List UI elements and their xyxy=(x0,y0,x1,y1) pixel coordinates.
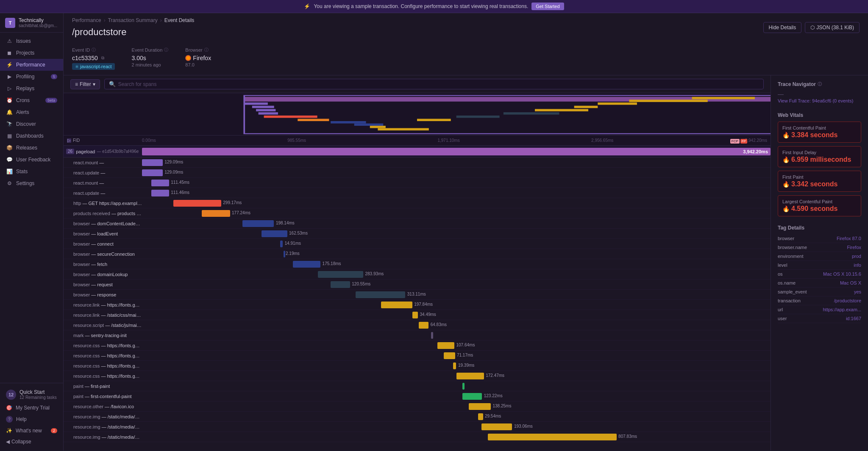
span-row[interactable]: resource.css — https://fonts.gstatic.com… xyxy=(64,340,771,351)
sidebar-item-stats[interactable]: 📊 Stats xyxy=(0,166,63,177)
quick-start-item[interactable]: 12 Quick Start 12 Remaining tasks xyxy=(0,387,63,402)
span-row[interactable]: products received — products were receiv… xyxy=(64,208,771,219)
span-bar-container: 807.83ms xyxy=(142,432,771,442)
my-sentry-trial-item[interactable]: 🎯 My Sentry Trial xyxy=(0,402,63,413)
tag-value[interactable]: prod xyxy=(852,254,861,259)
tag-value[interactable]: info xyxy=(854,263,861,268)
sidebar-item-alerts[interactable]: 🔔 Alerts xyxy=(0,106,63,118)
span-duration: 107.64ms xyxy=(456,343,475,347)
span-duration: 19.39ms xyxy=(458,363,474,368)
span-row[interactable]: resource.img — /static/media/hammer.9b81… xyxy=(64,432,771,442)
span-bar xyxy=(481,423,512,430)
span-row[interactable]: browser — secureConnection2.19ms xyxy=(64,249,771,259)
span-name: react.update — xyxy=(73,170,142,175)
help-item[interactable]: ? Help xyxy=(0,413,63,425)
browser-name: Firefox xyxy=(193,55,211,61)
tag-value[interactable]: https://app.exam... xyxy=(823,307,862,312)
span-row[interactable]: resource.img — /static/media/wrench.037t… xyxy=(64,412,771,422)
span-row[interactable]: http — GET https://app.example.com/produ… xyxy=(64,198,771,208)
span-row[interactable]: browser — fetch175.18ms xyxy=(64,259,771,269)
org-header[interactable]: T Technically sachitbhat.sb@gm... xyxy=(0,13,63,33)
span-left: resource.css — https://fonts.gstatic.com… xyxy=(64,353,142,358)
tag-value[interactable]: Firefox xyxy=(847,245,861,250)
tag-key: level xyxy=(778,263,787,268)
tag-value[interactable]: /productstore xyxy=(834,298,861,303)
span-bar-container xyxy=(142,330,771,340)
sidebar-item-settings[interactable]: ⚙ Settings xyxy=(0,177,63,189)
sidebar-item-dashboards[interactable]: ▦ Dashboards xyxy=(0,130,63,142)
span-bar xyxy=(478,413,483,420)
span-left: resource.css — https://fonts.gstatic.com… xyxy=(64,363,142,368)
span-row[interactable]: mark — sentry-tracing-init xyxy=(64,330,771,340)
span-row[interactable]: resource.link — https://fonts.googleapis… xyxy=(64,300,771,310)
view-full-trace-link[interactable]: View Full Trace: 94ea6cf6 (0 events) xyxy=(778,98,853,103)
right-panel: Trace Navigator ⓘ — View Full Trace: 94e… xyxy=(771,75,868,451)
span-row[interactable]: react.mount — 129.09ms xyxy=(64,158,771,168)
tag-value[interactable]: Mac OS X xyxy=(840,280,861,285)
sidebar-item-issues[interactable]: ⚠ Issues xyxy=(0,35,63,47)
span-bar xyxy=(151,190,169,196)
span-row[interactable]: paint — first-contentful-paint123.22ms xyxy=(64,391,771,401)
breadcrumb-performance[interactable]: Performance xyxy=(72,17,101,23)
svg-rect-9 xyxy=(354,124,384,126)
search-spans-input[interactable] xyxy=(118,81,759,87)
span-row[interactable]: browser — domainLookup283.93ms xyxy=(64,269,771,279)
span-name: browser — response xyxy=(73,292,142,297)
span-name: resource.img — /static/media/nails.2e619… xyxy=(73,424,142,429)
json-button[interactable]: ⬡ JSON (38.1 KiB) xyxy=(805,22,860,33)
span-row[interactable]: resource.css — https://fonts.gstatic.com… xyxy=(64,361,771,371)
span-row[interactable]: react.update — 111.46ms xyxy=(64,188,771,198)
get-started-button[interactable]: Get Started xyxy=(531,3,564,10)
span-row[interactable]: react.mount — 111.45ms xyxy=(64,178,771,188)
sidebar-item-projects[interactable]: ◼ Projects xyxy=(0,47,63,59)
span-bar xyxy=(444,352,455,359)
span-name: resource.link — https://fonts.googleapis… xyxy=(73,302,142,307)
sidebar-item-replays[interactable]: ▷ Replays xyxy=(0,83,63,94)
span-left: react.update — xyxy=(64,191,142,196)
span-duration: 177.24ms xyxy=(232,210,250,215)
span-row[interactable]: resource.img — /static/media/nails.2e619… xyxy=(64,422,771,432)
vital-fid-card: First Input Delay 🔥 6.959 milliseconds xyxy=(778,146,861,167)
breadcrumb-transaction-summary[interactable]: Transaction Summary xyxy=(108,17,158,23)
sidebar-item-discover[interactable]: 🔭 Discover xyxy=(0,118,63,130)
whats-new-item[interactable]: ✨ What's new 2 xyxy=(0,425,63,436)
span-row[interactable]: resource.link — /static/css/main.3f79bcb… xyxy=(64,310,771,320)
span-bar-container: 64.83ms xyxy=(142,320,771,330)
sidebar-item-releases[interactable]: 📦 Releases xyxy=(0,142,63,154)
sidebar-item-performance[interactable]: ⚡ Performance xyxy=(0,59,63,71)
copy-event-id-button[interactable]: ⧉ xyxy=(101,55,104,61)
tag-value[interactable]: Firefox 87.0 xyxy=(837,236,861,241)
span-row[interactable]: browser — loadEvent162.53ms xyxy=(64,229,771,239)
sidebar-item-profiling[interactable]: ▶ Profiling 5 xyxy=(0,71,63,83)
span-row[interactable]: resource.css — https://fonts.gstatic.com… xyxy=(64,371,771,381)
span-row[interactable]: browser — request120.55ms xyxy=(64,279,771,290)
profiling-icon: ▶ xyxy=(6,74,13,80)
span-row[interactable]: browser — domContentLoadedEvent198.14ms xyxy=(64,219,771,229)
sidebar-item-user-feedback[interactable]: 💬 User Feedback xyxy=(0,154,63,166)
span-row[interactable]: resource.css — https://fonts.gstatic.com… xyxy=(64,351,771,361)
collapse-button[interactable]: ◀ Collapse xyxy=(0,436,63,447)
span-row[interactable]: react.update — 129.09ms xyxy=(64,168,771,178)
tag-row: sample_eventyes xyxy=(778,288,861,296)
tag-value[interactable]: Mac OS X 10.15.6 xyxy=(823,271,861,277)
span-name: browser — loadEvent xyxy=(73,231,142,236)
span-bar xyxy=(437,342,454,349)
span-row[interactable]: resource.other — /favicon.ico138.25ms xyxy=(64,401,771,412)
span-row[interactable]: browser — response313.11ms xyxy=(64,290,771,300)
span-row[interactable]: resource.script — /static/js/main.b79da8… xyxy=(64,320,771,330)
collapse-icon: ◀ xyxy=(6,439,10,445)
hide-details-button[interactable]: Hide Details xyxy=(763,22,802,33)
event-id-group: Event ID ⓘ c1c53350 ⧉ ⚛ javascript-react xyxy=(72,47,115,70)
span-left: browser — request xyxy=(64,282,142,287)
span-bar-container: 172.47ms xyxy=(142,371,771,381)
span-row[interactable]: browser — connect14.91ms xyxy=(64,239,771,249)
search-spans-container[interactable]: 🔍 xyxy=(104,79,764,89)
svg-rect-18 xyxy=(629,100,707,102)
sidebar-item-crons[interactable]: ⏰ Crons beta xyxy=(0,94,63,106)
filter-button[interactable]: ≡ Filter ▾ xyxy=(70,79,100,89)
tag-value[interactable]: yes xyxy=(854,289,861,294)
span-bar-container: 129.09ms xyxy=(142,168,771,177)
span-row[interactable]: paint — first-paint xyxy=(64,381,771,391)
org-avatar: T xyxy=(5,18,15,28)
tag-value[interactable]: id:1667 xyxy=(846,316,861,321)
